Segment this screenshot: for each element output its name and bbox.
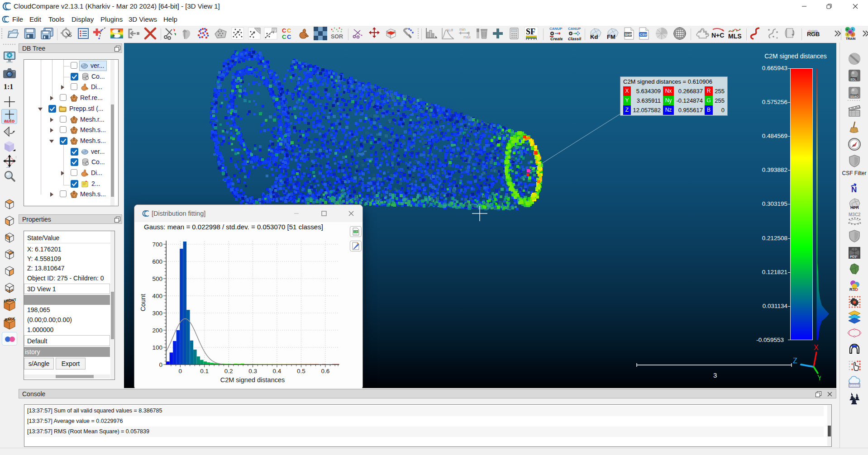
svg-text:CSV: CSV — [640, 33, 648, 37]
svg-text:M3C2: M3C2 — [849, 212, 861, 217]
svg-text:C: C — [287, 27, 291, 34]
svg-text:M: M — [846, 28, 848, 31]
svg-text:C: C — [282, 33, 286, 40]
svg-text:Create: Create — [550, 37, 563, 41]
svg-text:C: C — [282, 27, 286, 34]
svg-text:Z: Z — [793, 357, 797, 365]
svg-text:SHP: SHP — [625, 33, 633, 37]
svg-text:SF: SF — [526, 27, 535, 36]
svg-text:C2M signed distances: C2M signed distances — [220, 376, 285, 384]
svg-text:0.6: 0.6 — [321, 368, 330, 374]
svg-text:0.2: 0.2 — [224, 368, 233, 374]
svg-text:FM: FM — [607, 33, 615, 40]
svg-text:400: 400 — [152, 293, 162, 299]
svg-text:TRAIN: TRAIN — [846, 37, 855, 40]
svg-text:HPR: HPR — [850, 205, 859, 210]
svg-text:700: 700 — [152, 241, 162, 248]
svg-text:C: C — [852, 33, 854, 36]
svg-text:Kd: Kd — [590, 33, 598, 40]
svg-text:Count: Count — [139, 294, 147, 312]
svg-text:100: 100 — [152, 344, 162, 351]
svg-text:0.5: 0.5 — [297, 368, 305, 374]
svg-text:200: 200 — [152, 327, 162, 334]
svg-text:0.4: 0.4 — [273, 368, 281, 374]
svg-text:X: X — [814, 344, 819, 351]
svg-text:0: 0 — [179, 368, 182, 374]
svg-text:SSAO: SSAO — [850, 95, 858, 98]
svg-text:600: 600 — [152, 258, 162, 265]
svg-text:0.1: 0.1 — [200, 368, 209, 374]
svg-text:300: 300 — [152, 310, 162, 317]
svg-text:auto: auto — [4, 118, 15, 123]
svg-text:G: G — [811, 31, 816, 38]
svg-text:C: C — [287, 33, 291, 40]
svg-text:Y: Y — [817, 374, 821, 382]
svg-text:max: max — [463, 35, 471, 39]
svg-text:CANUPO: CANUPO — [568, 27, 581, 31]
svg-text:500: 500 — [152, 275, 162, 282]
svg-text:CANUPO: CANUPO — [549, 27, 563, 31]
svg-text:μ,σ: μ,σ — [447, 28, 453, 32]
svg-text:N: N — [851, 185, 857, 193]
svg-text:EDL: EDL — [850, 77, 856, 81]
svg-text:SOR: SOR — [331, 33, 343, 40]
svg-text:Classify: Classify — [568, 37, 581, 41]
svg-text:0.3: 0.3 — [248, 368, 257, 374]
svg-text:MLS: MLS — [728, 33, 742, 40]
svg-text:RSD: RSD — [849, 287, 858, 292]
svg-text:N+C: N+C — [711, 32, 724, 39]
svg-text:3: 3 — [713, 371, 717, 379]
svg-text:3D: 3D — [849, 31, 852, 33]
svg-text:1:1: 1:1 — [4, 83, 13, 90]
svg-text:B: B — [816, 31, 820, 38]
svg-text:min: min — [459, 27, 466, 32]
svg-text:0: 0 — [159, 361, 162, 368]
svg-text:PCV: PCV — [850, 255, 857, 258]
